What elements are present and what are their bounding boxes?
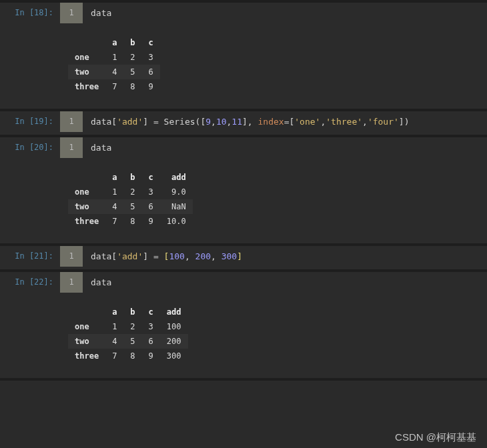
code-token: 9 (205, 117, 211, 127)
output-content: abcaddone123100two456200three789300 (60, 295, 487, 375)
output-content: abcone123two456three789 (60, 26, 487, 106)
code-token: 100 (169, 251, 184, 261)
code-line[interactable]: data (83, 3, 119, 23)
row-index: two (68, 199, 105, 214)
code-token: 'one' (294, 117, 320, 127)
row-index: three (68, 349, 105, 363)
input-cell: In [20]:1data (0, 137, 487, 158)
output-prompt (0, 295, 60, 301)
code-token: ] (237, 251, 242, 261)
dataframe-cell: 8 (123, 214, 141, 229)
output-cell: abcaddone123100two456200three789300 (0, 295, 487, 375)
row-index: two (68, 65, 105, 79)
row-index: two (68, 334, 105, 349)
code-token: data (91, 143, 111, 153)
code-block[interactable]: 1data (60, 272, 487, 293)
table-row: two456200 (68, 334, 188, 349)
dataframe-cell: 9.0 (160, 185, 193, 199)
input-cell: In [18]:1data (0, 3, 487, 23)
output-cell: abcaddone1239.0two456NaNthree78910.0 (0, 161, 487, 241)
code-block[interactable]: 1data['add'] = [100, 200, 300] (60, 246, 487, 267)
dataframe-header (68, 170, 105, 185)
dataframe-cell: 6 (142, 65, 160, 79)
output-prompt (0, 26, 60, 31)
code-line[interactable]: data['add'] = [100, 200, 300] (83, 246, 250, 267)
code-token: index (258, 117, 284, 127)
code-token: ], (242, 117, 258, 127)
code-token: data (91, 277, 111, 287)
dataframe-header: add (160, 305, 188, 319)
dataframe-cell: 5 (123, 199, 141, 214)
dataframe-cell: 200 (160, 334, 188, 349)
dataframe-cell: 5 (123, 334, 141, 349)
code-block[interactable]: 1data['add'] = Series([9,10,11], index=[… (60, 111, 487, 132)
code-token: , (185, 251, 195, 261)
dataframe-cell: 10.0 (160, 214, 193, 229)
dataframe-cell: 4 (105, 199, 123, 214)
cell-content: 1data['add'] = [100, 200, 300] (60, 246, 487, 267)
code-token: ] (143, 117, 153, 127)
dataframe-cell: 2 (123, 185, 141, 199)
code-token: [ (111, 117, 117, 127)
dataframe-header: c (142, 305, 160, 319)
dataframe-cell: 2 (123, 319, 141, 334)
code-gutter: 1 (60, 3, 83, 23)
row-index: one (68, 319, 105, 334)
input-prompt: In [20]: (0, 137, 60, 152)
input-cell: In [19]:1data['add'] = Series([9,10,11],… (0, 111, 487, 132)
dataframe-cell: 6 (142, 199, 160, 214)
code-token: 300 (221, 251, 237, 261)
dataframe-cell: 9 (142, 349, 160, 363)
code-line[interactable]: data['add'] = Series([9,10,11], index=['… (83, 111, 418, 132)
dataframe-header: add (160, 170, 193, 185)
dataframe-header (68, 305, 105, 319)
code-block[interactable]: 1data (60, 3, 487, 23)
input-prompt: In [19]: (0, 111, 60, 126)
code-token: 'three' (326, 117, 362, 127)
dataframe-cell: 3 (142, 319, 160, 334)
input-cell: In [22]:1data (0, 272, 487, 293)
dataframe-cell: 6 (142, 334, 160, 349)
code-token: ]) (399, 117, 410, 127)
code-token: ] (143, 251, 153, 261)
cell-content: 1data['add'] = Series([9,10,11], index=[… (60, 111, 487, 132)
table-row: one123 (68, 50, 160, 65)
code-token: 10 (216, 117, 227, 127)
code-token: , (362, 117, 368, 127)
row-index: three (68, 79, 105, 94)
code-token: = (153, 117, 164, 127)
cell-content: 1data (60, 272, 487, 293)
dataframe-header: a (105, 305, 123, 319)
table-row: three789 (68, 79, 160, 94)
code-token: data (91, 251, 111, 261)
code-token: 'four' (368, 117, 399, 127)
cell-separator (0, 378, 487, 381)
table-row: two456NaN (68, 199, 193, 214)
code-token: 'add' (117, 117, 143, 127)
code-token: data (91, 117, 111, 127)
dataframe-cell: 4 (105, 334, 123, 349)
table-row: two456 (68, 65, 160, 79)
table-row: three78910.0 (68, 214, 193, 229)
code-block[interactable]: 1data (60, 137, 487, 158)
code-line[interactable]: data (83, 272, 119, 293)
code-gutter: 1 (60, 111, 83, 132)
code-token: Series( (164, 117, 201, 127)
dataframe-cell: 7 (105, 79, 123, 94)
notebook-root: In [18]:1dataabcone123two456three789In [… (0, 0, 487, 381)
dataframe-cell: 3 (142, 185, 160, 199)
dataframe-cell: 2 (123, 50, 141, 65)
code-gutter: 1 (60, 137, 83, 158)
dataframe-cell: 1 (105, 319, 123, 334)
code-token: [ (111, 251, 117, 261)
dataframe-header: c (142, 170, 160, 185)
cell-content: 1data (60, 137, 487, 158)
row-index: one (68, 50, 105, 65)
code-token: data (91, 8, 111, 18)
code-line[interactable]: data (83, 137, 119, 158)
code-token: , (211, 251, 221, 261)
dataframe-cell: 1 (105, 185, 123, 199)
dataframe-cell: 100 (160, 319, 188, 334)
dataframe-header: c (142, 35, 160, 50)
code-token: 11 (231, 117, 242, 127)
